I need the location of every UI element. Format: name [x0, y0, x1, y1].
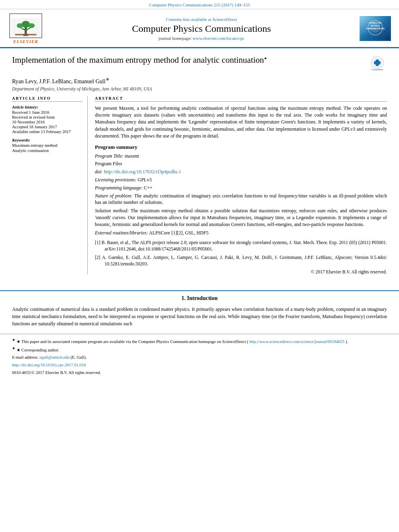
article-title: Implementation of the maximum entropy me…: [12, 55, 364, 66]
doi-label: doi:: [95, 169, 103, 175]
footer-doi-link[interactable]: http://dx.doi.org/10.1016/j.cpc.2017.01.…: [12, 363, 86, 367]
received-revised-date: 10 November 2016: [12, 120, 82, 124]
external-value: ALPSCore [1][2], GSL, HDF5: [149, 230, 208, 236]
journal-homepage-link[interactable]: www.elsevier.com/locate/cpc: [193, 36, 245, 41]
footnote-2: ★ ★ Corresponding author.: [12, 346, 387, 353]
svg-point-3: [22, 21, 30, 28]
fn1-star: ★: [12, 338, 15, 342]
sciencedirect-anchor[interactable]: ScienceDirect: [212, 17, 237, 22]
doi-link[interactable]: http://dx.doi.org/10.17632/rf3p4psdhs.1: [104, 169, 181, 175]
svg-point-5: [29, 23, 35, 28]
programming-value: C++: [144, 185, 153, 191]
article-info-column: ARTICLE INFO Article history: Received 1…: [12, 96, 88, 274]
program-summary-title: Program summary: [95, 144, 387, 150]
accepted-date: Accepted 18 January 2017: [12, 125, 82, 129]
external-row: External routines/libraries: ALPSCore [1…: [95, 230, 387, 236]
crossmark-badge: CrossMark: [368, 55, 387, 72]
sciencedirect-link: Contents lists available at ScienceDirec…: [46, 17, 357, 22]
reference-2: [2] A. Gaenko, E. Gull, A.E. Antipov, L.…: [95, 254, 387, 267]
program-title-value: maxent: [125, 153, 139, 159]
nature-row: Nature of problem: The analytic continua…: [95, 193, 387, 206]
abstract-column: ABSTRACT We present Maxent, a tool for p…: [95, 96, 387, 274]
nature-text: The analytic continuation of imaginary a…: [95, 193, 387, 205]
svg-text:COMMUNICATIONS: COMMUNICATIONS: [366, 27, 385, 30]
introduction-section: 1. Introduction Analytic continuation of…: [0, 291, 399, 334]
elsevier-label: ELSEVIER: [13, 39, 38, 44]
solution-label: Solution method:: [95, 208, 129, 214]
licensing-row: Licensing provisions: GPLv3: [95, 177, 387, 183]
affiliation: Department of Physics, University of Mic…: [12, 86, 387, 91]
abstract-label: ABSTRACT: [95, 96, 387, 102]
intro-paragraph: Analytic continuation of numerical data …: [12, 306, 387, 327]
keywords-section: Keywords: Maximum entropy method Analyti…: [12, 138, 82, 153]
intro-title: 1. Introduction: [12, 295, 387, 302]
fn1-link[interactable]: http://www.sciencedirect.com/science/jou…: [249, 339, 345, 343]
program-files-label: Program Files: [95, 161, 122, 166]
received-date: Received 1 June 2016: [12, 110, 82, 115]
footnote-issn: 0010-4655/© 2017 Elsevier B.V. All right…: [12, 370, 387, 376]
article-title-wrapper: Implementation of the maximum entropy me…: [12, 55, 364, 67]
abstract-text: We present Maxent, a tool for performing…: [95, 105, 387, 140]
article-content: Implementation of the maximum entropy me…: [0, 48, 399, 285]
elsevier-logo: ELSEVIER: [6, 13, 46, 44]
journal-center: Contents lists available at ScienceDirec…: [46, 17, 357, 41]
reference-1: [1] B. Bauer, et al., The ALPS project r…: [95, 239, 387, 252]
footnote-email: E-mail address: egull@umich.edu (E. Gull…: [12, 354, 387, 361]
journal-title: Computer Physics Communications: [46, 23, 357, 34]
email-link[interactable]: egull@umich.edu: [39, 355, 70, 359]
licensing-value: GPLv3: [138, 177, 152, 183]
keywords-label: Keywords:: [12, 138, 82, 142]
svg-rect-16: [374, 61, 380, 64]
footnote-1: ★ ★ This paper and its associated comput…: [12, 337, 387, 345]
two-column-layout: ARTICLE INFO Article history: Received 1…: [12, 96, 387, 274]
fn2-star: ★: [12, 346, 15, 350]
solution-text: The maximum entropy method obtains a pos…: [95, 208, 387, 227]
footnote-doi: http://dx.doi.org/10.1016/j.cpc.2017.01.…: [12, 362, 387, 368]
article-info-label: ARTICLE INFO: [12, 96, 82, 102]
program-title-row: Program Title: maxent: [95, 153, 387, 160]
authors: Ryan Levy, J.P.F. LeBlanc, Emanuel Gull★: [12, 76, 387, 85]
svg-text:COMPUTER: COMPUTER: [369, 22, 382, 24]
cpc-logo: COMPUTER PHYSICS COMMUNICATIONS: [357, 16, 393, 41]
author-asterisk-sup: ★: [105, 77, 110, 82]
solution-row: Solution method: The maximum entropy met…: [95, 207, 387, 228]
journal-homepage: journal homepage: www.elsevier.com/locat…: [46, 36, 357, 41]
licensing-label: Licensing provisions:: [95, 177, 136, 183]
citation-bar: Computer Physics Communications 215 (201…: [0, 0, 399, 9]
programming-row: Programming language: C++: [95, 185, 387, 191]
article-history: Article history: Received 1 June 2016 Re…: [12, 105, 82, 134]
doi-row: doi: http://dx.doi.org/10.17632/rf3p4psd…: [95, 168, 387, 175]
keyword-2: Analytic continuation: [12, 148, 82, 153]
external-label: External routines/libraries:: [95, 230, 148, 236]
copyright-line: © 2017 Elsevier B.V. All rights reserved…: [95, 269, 387, 274]
received-revised-label: Received in revised form: [12, 115, 82, 119]
journal-header: ELSEVIER Contents lists available at Sci…: [0, 9, 399, 48]
svg-rect-6: [23, 34, 28, 36]
available-online: Available online 13 February 2017: [12, 129, 82, 134]
keyword-1: Maximum entropy method: [12, 143, 82, 148]
article-title-section: Implementation of the maximum entropy me…: [12, 55, 387, 72]
svg-text:PHYSICS: PHYSICS: [370, 25, 380, 27]
program-title-label: Program Title:: [95, 153, 123, 159]
svg-text:CrossMark: CrossMark: [371, 68, 383, 71]
programming-label: Programming language:: [95, 185, 143, 191]
citation-text: Computer Physics Communications 215 (201…: [149, 2, 250, 7]
footnotes-area: ★ ★ This paper and its associated comput…: [0, 334, 399, 380]
page: Computer Physics Communications 215 (201…: [0, 0, 399, 380]
title-asterisk: ★: [264, 56, 267, 60]
history-label: Article history:: [12, 105, 82, 109]
nature-label: Nature of problem:: [95, 193, 133, 199]
program-files-row: Program Files: [95, 160, 387, 167]
svg-point-4: [17, 23, 23, 28]
